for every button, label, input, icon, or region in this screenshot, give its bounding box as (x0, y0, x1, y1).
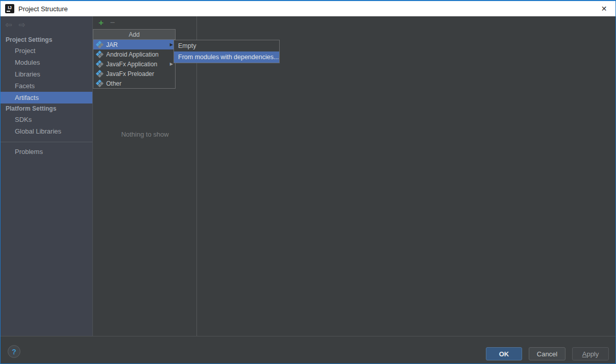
apply-button[interactable]: Apply (572, 347, 609, 360)
menu-item-android-application[interactable]: Android Application (93, 49, 175, 59)
menu-item-label: JAR (106, 41, 168, 48)
remove-artifact-icon[interactable]: − (108, 18, 117, 28)
sidebar-item-modules[interactable]: Modules (1, 57, 92, 68)
artifact-icon (96, 60, 104, 68)
menu-item-other[interactable]: Other (93, 79, 175, 88)
sidebar-divider (1, 142, 92, 142)
menu-item-label: JavaFx Application (106, 61, 168, 68)
menu-item-javafx-preloader[interactable]: JavaFx Preloader (93, 69, 175, 79)
menu-item-label: JavaFx Preloader (106, 70, 173, 77)
add-popup-title: Add (93, 30, 175, 40)
artifact-icon (96, 41, 104, 48)
sidebar-item-project[interactable]: Project (1, 45, 92, 57)
sidebar-item-global-libraries[interactable]: Global Libraries (1, 125, 92, 137)
submenu-item-from-modules[interactable]: From modules with dependencies... (174, 51, 279, 63)
submenu-item-empty[interactable]: Empty (174, 40, 279, 51)
submenu-arrow-icon: ▶ (168, 62, 173, 66)
menu-item-label: Other (106, 80, 173, 87)
window-title: Project Structure (18, 5, 68, 13)
dialog-footer: ? OK Cancel Apply (1, 336, 615, 363)
forward-icon[interactable]: ⇨ (19, 20, 26, 30)
sidebar-item-facets[interactable]: Facets (1, 80, 92, 92)
titlebar: IJ Project Structure ✕ (1, 1, 615, 16)
back-icon[interactable]: ⇦ (5, 20, 12, 30)
artifact-icon (96, 50, 104, 58)
menu-item-jar[interactable]: JAR ▶ (93, 40, 175, 49)
sidebar-item-artifacts[interactable]: Artifacts (1, 92, 92, 103)
sidebar-item-sdks[interactable]: SDKs (1, 114, 92, 125)
help-icon[interactable]: ? (8, 345, 20, 358)
dialog-buttons: OK Cancel Apply (486, 347, 609, 360)
settings-sidebar: ⇦ ⇨ Project Settings Project Modules Lib… (1, 16, 93, 336)
menu-item-javafx-application[interactable]: JavaFx Application ▶ (93, 59, 175, 69)
jar-submenu: Empty From modules with dependencies... (174, 40, 280, 63)
empty-list-message: Nothing to show (93, 131, 196, 138)
sidebar-item-problems[interactable]: Problems (1, 146, 92, 158)
artifact-details-panel (198, 16, 615, 336)
menu-item-label: Android Application (106, 51, 173, 58)
close-icon[interactable]: ✕ (593, 1, 615, 16)
project-structure-dialog: IJ Project Structure ✕ ⇦ ⇨ Project Setti… (0, 0, 616, 364)
intellij-app-icon: IJ (5, 4, 14, 13)
sidebar-header-project-settings: Project Settings (1, 35, 92, 45)
history-nav: ⇦ ⇨ (5, 20, 30, 30)
artifact-icon (96, 80, 104, 87)
sidebar-header-platform-settings: Platform Settings (1, 103, 92, 114)
sidebar-item-libraries[interactable]: Libraries (1, 68, 92, 80)
submenu-arrow-icon: ▶ (168, 42, 173, 47)
ok-button[interactable]: OK (486, 347, 522, 360)
artifact-icon (96, 70, 104, 77)
cancel-button[interactable]: Cancel (529, 347, 565, 360)
add-artifact-icon[interactable]: + (96, 18, 106, 28)
add-popup-menu: Add JAR ▶ Android Application JavaFx App… (93, 29, 176, 89)
